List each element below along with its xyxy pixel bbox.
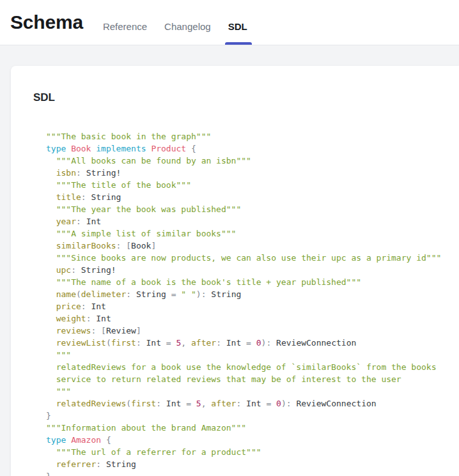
code-line: """ [46,349,446,361]
code-line: type Amazon { [46,434,446,446]
code-line: referrer: String [46,458,446,470]
content-area: SDL """The basic book in the graph"""typ… [0,45,459,476]
code-line: """ [46,385,446,397]
code-line: reviews: [Review] [46,325,446,337]
tab-sdl[interactable]: SDL [228,8,247,45]
code-line: reviewList(first: Int = 5, after: Int = … [46,337,446,349]
tab-changelog[interactable]: Changelog [164,8,211,45]
code-line: } [46,410,446,422]
code-line: """Information about the brand Amazon""" [46,422,446,434]
code-line: upc: String! [46,264,446,276]
code-line: price: Int [46,300,446,312]
code-line: """The title of the book""" [46,179,446,191]
code-line: """The basic book in the graph""" [46,130,446,142]
code-line: } [46,470,446,476]
code-line: title: String [46,191,446,203]
code-line: """All books can be found by an isbn""" [46,155,446,167]
sdl-code-block: """The basic book in the graph"""type Bo… [46,130,446,476]
sdl-heading: SDL [33,91,446,104]
tab-sdl-label: SDL [228,21,247,32]
code-line: relatedReviews for a book use the knowle… [46,361,446,373]
code-line: weight: Int [46,312,446,325]
code-line: name(delimeter: String = " "): String [46,288,446,300]
code-line: service to return related reviews that m… [46,373,446,385]
page-header: Schema Reference Changelog SDL [0,0,459,45]
code-line: relatedReviews(first: Int = 5, after: In… [46,397,446,410]
code-line: """The url of a referrer for a product""… [46,446,446,458]
code-line: """Since books are now products, we can … [46,252,446,264]
tab-reference[interactable]: Reference [103,8,147,45]
code-line: """The name of a book is the book's titl… [46,276,446,288]
code-line: similarBooks: [Book] [46,240,446,252]
tab-bar: Reference Changelog SDL [103,0,247,45]
code-line: """A simple list of similar books""" [46,227,446,240]
code-line: type Book implements Product { [46,142,446,155]
active-tab-underline [225,42,252,45]
page-title: Schema [10,12,83,33]
code-line: """The year the book was published""" [46,203,446,215]
code-line: year: Int [46,215,446,227]
code-line: isbn: String! [46,167,446,179]
sdl-card: SDL """The basic book in the graph"""typ… [11,66,459,476]
